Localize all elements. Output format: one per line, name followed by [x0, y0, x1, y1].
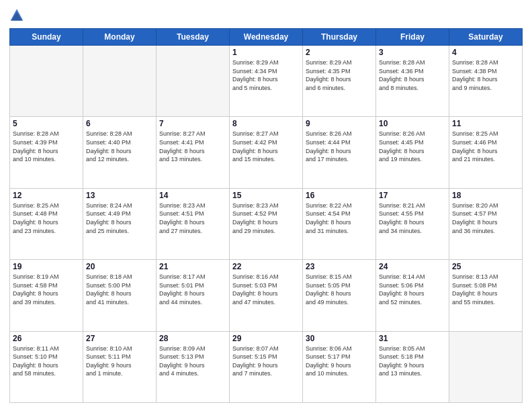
day-info: Sunrise: 8:06 AM Sunset: 5:17 PM Dayligh…	[306, 345, 373, 378]
day-cell: 28Sunrise: 8:09 AM Sunset: 5:13 PM Dayli…	[157, 331, 230, 402]
day-info: Sunrise: 8:20 AM Sunset: 4:57 PM Dayligh…	[452, 201, 519, 235]
day-cell: 27Sunrise: 8:10 AM Sunset: 5:11 PM Dayli…	[83, 331, 157, 402]
day-number: 27	[86, 334, 153, 343]
day-cell: 6Sunrise: 8:28 AM Sunset: 4:40 PM Daylig…	[83, 117, 157, 188]
day-number: 18	[452, 191, 519, 200]
day-cell: 11Sunrise: 8:25 AM Sunset: 4:46 PM Dayli…	[449, 117, 523, 188]
day-cell: 14Sunrise: 8:23 AM Sunset: 4:51 PM Dayli…	[157, 188, 230, 259]
week-row-3: 19Sunrise: 8:19 AM Sunset: 4:58 PM Dayli…	[10, 260, 523, 331]
day-cell: 19Sunrise: 8:19 AM Sunset: 4:58 PM Dayli…	[10, 260, 83, 331]
weekday-header-row: SundayMondayTuesdayWednesdayThursdayFrid…	[10, 29, 523, 46]
weekday-tuesday: Tuesday	[157, 29, 230, 46]
day-cell: 17Sunrise: 8:21 AM Sunset: 4:55 PM Dayli…	[376, 188, 449, 259]
day-info: Sunrise: 8:11 AM Sunset: 5:10 PM Dayligh…	[13, 345, 80, 378]
day-cell: 26Sunrise: 8:11 AM Sunset: 5:10 PM Dayli…	[10, 331, 83, 402]
weekday-saturday: Saturday	[449, 29, 523, 46]
day-info: Sunrise: 8:07 AM Sunset: 5:15 PM Dayligh…	[232, 345, 300, 378]
day-cell: 10Sunrise: 8:26 AM Sunset: 4:45 PM Dayli…	[376, 117, 449, 188]
day-cell: 9Sunrise: 8:26 AM Sunset: 4:44 PM Daylig…	[303, 117, 376, 188]
day-cell: 5Sunrise: 8:28 AM Sunset: 4:39 PM Daylig…	[10, 117, 83, 188]
day-number: 30	[306, 334, 373, 343]
day-cell: 12Sunrise: 8:25 AM Sunset: 4:48 PM Dayli…	[10, 188, 83, 259]
day-info: Sunrise: 8:23 AM Sunset: 4:52 PM Dayligh…	[232, 201, 300, 235]
day-number: 9	[306, 119, 373, 128]
weekday-monday: Monday	[83, 29, 157, 46]
day-number: 14	[159, 191, 226, 200]
day-number: 5	[13, 119, 80, 128]
day-number: 1	[232, 48, 300, 57]
day-number: 2	[306, 48, 373, 57]
week-row-1: 5Sunrise: 8:28 AM Sunset: 4:39 PM Daylig…	[10, 117, 523, 188]
weekday-friday: Friday	[376, 29, 449, 46]
day-number: 3	[379, 48, 446, 57]
day-number: 23	[306, 262, 373, 271]
day-number: 7	[159, 119, 226, 128]
day-info: Sunrise: 8:26 AM Sunset: 4:45 PM Dayligh…	[379, 130, 446, 163]
day-cell: 8Sunrise: 8:27 AM Sunset: 4:42 PM Daylig…	[230, 117, 303, 188]
day-cell	[83, 46, 157, 117]
day-info: Sunrise: 8:18 AM Sunset: 5:00 PM Dayligh…	[86, 273, 153, 306]
day-info: Sunrise: 8:09 AM Sunset: 5:13 PM Dayligh…	[159, 345, 226, 378]
day-cell: 7Sunrise: 8:27 AM Sunset: 4:41 PM Daylig…	[157, 117, 230, 188]
day-info: Sunrise: 8:16 AM Sunset: 5:03 PM Dayligh…	[232, 273, 300, 306]
day-info: Sunrise: 8:05 AM Sunset: 5:18 PM Dayligh…	[379, 345, 446, 378]
weekday-wednesday: Wednesday	[230, 29, 303, 46]
day-cell: 4Sunrise: 8:28 AM Sunset: 4:38 PM Daylig…	[449, 46, 523, 117]
day-cell: 31Sunrise: 8:05 AM Sunset: 5:18 PM Dayli…	[376, 331, 449, 402]
day-cell: 30Sunrise: 8:06 AM Sunset: 5:17 PM Dayli…	[303, 331, 376, 402]
page: SundayMondayTuesdayWednesdayThursdayFrid…	[0, 0, 532, 411]
day-number: 20	[86, 262, 153, 271]
logo-icon	[9, 8, 24, 23]
day-number: 25	[452, 262, 519, 271]
day-info: Sunrise: 8:15 AM Sunset: 5:05 PM Dayligh…	[306, 273, 373, 306]
day-info: Sunrise: 8:10 AM Sunset: 5:11 PM Dayligh…	[86, 345, 153, 378]
day-number: 6	[86, 119, 153, 128]
day-info: Sunrise: 8:29 AM Sunset: 4:34 PM Dayligh…	[232, 58, 300, 92]
day-info: Sunrise: 8:25 AM Sunset: 4:46 PM Dayligh…	[452, 130, 519, 163]
day-cell	[449, 331, 523, 402]
day-info: Sunrise: 8:29 AM Sunset: 4:35 PM Dayligh…	[306, 58, 373, 92]
day-cell: 16Sunrise: 8:22 AM Sunset: 4:54 PM Dayli…	[303, 188, 376, 259]
day-info: Sunrise: 8:24 AM Sunset: 4:49 PM Dayligh…	[86, 201, 153, 235]
day-info: Sunrise: 8:26 AM Sunset: 4:44 PM Dayligh…	[306, 130, 373, 163]
day-info: Sunrise: 8:21 AM Sunset: 4:55 PM Dayligh…	[379, 201, 446, 235]
week-row-2: 12Sunrise: 8:25 AM Sunset: 4:48 PM Dayli…	[10, 188, 523, 259]
day-info: Sunrise: 8:25 AM Sunset: 4:48 PM Dayligh…	[13, 201, 80, 235]
day-number: 26	[13, 334, 80, 343]
week-row-4: 26Sunrise: 8:11 AM Sunset: 5:10 PM Dayli…	[10, 331, 523, 402]
day-number: 10	[379, 119, 446, 128]
day-info: Sunrise: 8:27 AM Sunset: 4:42 PM Dayligh…	[232, 130, 300, 163]
day-number: 17	[379, 191, 446, 200]
day-info: Sunrise: 8:17 AM Sunset: 5:01 PM Dayligh…	[159, 273, 226, 306]
day-cell: 18Sunrise: 8:20 AM Sunset: 4:57 PM Dayli…	[449, 188, 523, 259]
day-number: 21	[159, 262, 226, 271]
day-cell: 21Sunrise: 8:17 AM Sunset: 5:01 PM Dayli…	[157, 260, 230, 331]
day-cell: 3Sunrise: 8:28 AM Sunset: 4:36 PM Daylig…	[376, 46, 449, 117]
day-number: 15	[232, 191, 300, 200]
day-number: 12	[13, 191, 80, 200]
day-cell: 2Sunrise: 8:29 AM Sunset: 4:35 PM Daylig…	[303, 46, 376, 117]
day-cell: 15Sunrise: 8:23 AM Sunset: 4:52 PM Dayli…	[230, 188, 303, 259]
logo	[9, 8, 27, 23]
day-number: 8	[232, 119, 300, 128]
day-number: 24	[379, 262, 446, 271]
day-cell	[10, 46, 83, 117]
day-cell: 22Sunrise: 8:16 AM Sunset: 5:03 PM Dayli…	[230, 260, 303, 331]
day-cell	[157, 46, 230, 117]
day-info: Sunrise: 8:28 AM Sunset: 4:36 PM Dayligh…	[379, 58, 446, 92]
day-info: Sunrise: 8:14 AM Sunset: 5:06 PM Dayligh…	[379, 273, 446, 306]
header	[9, 8, 523, 23]
day-cell: 20Sunrise: 8:18 AM Sunset: 5:00 PM Dayli…	[83, 260, 157, 331]
weekday-sunday: Sunday	[10, 29, 83, 46]
day-info: Sunrise: 8:28 AM Sunset: 4:40 PM Dayligh…	[86, 130, 153, 163]
day-info: Sunrise: 8:22 AM Sunset: 4:54 PM Dayligh…	[306, 201, 373, 235]
day-number: 11	[452, 119, 519, 128]
weekday-thursday: Thursday	[303, 29, 376, 46]
day-info: Sunrise: 8:27 AM Sunset: 4:41 PM Dayligh…	[159, 130, 226, 163]
day-info: Sunrise: 8:13 AM Sunset: 5:08 PM Dayligh…	[452, 273, 519, 306]
day-info: Sunrise: 8:28 AM Sunset: 4:38 PM Dayligh…	[452, 58, 519, 92]
day-cell: 1Sunrise: 8:29 AM Sunset: 4:34 PM Daylig…	[230, 46, 303, 117]
day-info: Sunrise: 8:28 AM Sunset: 4:39 PM Dayligh…	[13, 130, 80, 163]
week-row-0: 1Sunrise: 8:29 AM Sunset: 4:34 PM Daylig…	[10, 46, 523, 117]
day-number: 31	[379, 334, 446, 343]
